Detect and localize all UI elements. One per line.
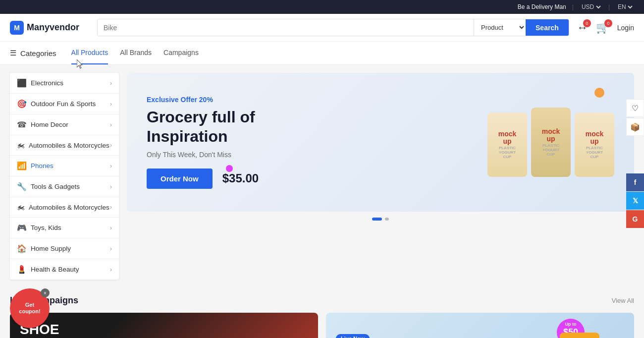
tools-icon: 🔧 — [17, 182, 27, 191]
sidebar-item-health[interactable]: 💄Health & Beauty › — [10, 259, 119, 280]
chevron-right-icon: › — [110, 80, 112, 87]
dot-inactive[interactable] — [385, 218, 389, 221]
categories-button[interactable]: ☰ Categories — [10, 42, 56, 64]
coupon-widget: × Getcoupon! — [10, 288, 50, 328]
order-now-button[interactable]: Order Now — [147, 169, 213, 189]
logo-text: Manyvendor — [27, 22, 79, 33]
live-campaigns-section: Live Campaigns View All SHOEFORSALE UPTO… — [0, 287, 644, 338]
car-image — [550, 330, 624, 338]
logo[interactable]: M Manyvendor — [10, 21, 89, 35]
category-select[interactable]: Product Electronics Phones — [474, 19, 526, 36]
right-panel: ♡ 📦 — [626, 99, 644, 136]
hero-subtitle: Only This Week, Don't Miss — [147, 151, 259, 159]
hero-price: $35.00 — [222, 171, 259, 185]
logo-icon: M — [10, 21, 24, 35]
hero-title: Grocery full of Inspiration — [147, 108, 259, 146]
sidebar-item-outdoor[interactable]: 🎯Outdoor Fun & Sports › — [10, 94, 119, 114]
dot-active[interactable] — [372, 218, 382, 221]
search-bar: Product Electronics Phones Search — [97, 19, 569, 36]
nav-links: All Products All Brands Campaigns — [71, 42, 199, 64]
social-sidebar: f 𝕏 G — [626, 173, 644, 228]
decorative-ball-orange — [594, 88, 604, 98]
exclusive-label: Exclusive Offer 20% — [147, 96, 259, 104]
nav-campaigns[interactable]: Campaigns — [163, 42, 199, 63]
currency-select[interactable]: USD EUR — [580, 3, 602, 11]
header-icons: ↔ 0 🛒 0 Login — [577, 21, 634, 34]
sidebar-item-home-supply[interactable]: 🏠Home Supply › — [10, 238, 119, 259]
header: M Manyvendor Product Electronics Phones … — [0, 14, 644, 42]
separator1: | — [572, 3, 574, 10]
campaigns-header: Live Campaigns View All — [10, 287, 634, 306]
categories-label: Categories — [20, 49, 56, 57]
home-supply-icon: 🏠 — [17, 244, 27, 253]
decorative-ball-pink — [226, 165, 233, 172]
auto-icon2: 🏍 — [17, 203, 25, 212]
phones-icon: 📶 — [17, 161, 27, 170]
sidebar-item-toys[interactable]: 🎮Toys, Kids › — [10, 218, 119, 238]
campaign-card-bmw: Live Now Summer Sale All BMW Cars Up to … — [326, 313, 634, 338]
coupon-label: Getcoupon! — [19, 302, 40, 315]
chevron-right-icon: › — [110, 204, 112, 211]
language-select[interactable]: EN FR — [616, 3, 634, 11]
bmw-left: Live Now Summer Sale All BMW Cars — [336, 334, 405, 338]
google-button[interactable]: G — [626, 210, 644, 228]
separator2: | — [608, 3, 610, 10]
sidebar: ⬛Electronics › 🎯Outdoor Fun & Sports › ☎… — [10, 73, 119, 280]
yogurt-cup-3: mockup PLASTICYOGURTCUP — [575, 113, 614, 177]
hero-products: mockup PLASTICYOGURTCUP mockup PLASTICYO… — [487, 108, 614, 177]
coupon-close-button[interactable]: × — [41, 288, 50, 297]
auto-icon1: 🏍 — [17, 141, 25, 150]
hero-text: Exclusive Offer 20% Grocery full of Insp… — [147, 96, 259, 189]
health-icon: 💄 — [17, 265, 27, 274]
outdoor-icon: 🎯 — [17, 99, 27, 109]
login-button[interactable]: Login — [617, 24, 634, 32]
sidebar-item-tools[interactable]: 🔧Tools & Gadgets › — [10, 176, 119, 197]
hamburger-icon: ☰ — [10, 49, 16, 57]
twitter-button[interactable]: 𝕏 — [626, 192, 644, 210]
search-button[interactable]: Search — [526, 19, 569, 36]
top-bar: Be a Delivery Man | USD EUR | EN FR — [0, 0, 644, 14]
upto-text: Up to — [565, 322, 577, 327]
yogurt-cup-1: mockup PLASTICYOGURTCUP — [487, 113, 527, 177]
nav-bar: ☰ Categories All Products All Brands Cam… — [0, 42, 644, 65]
chevron-right-icon: › — [110, 101, 112, 108]
chevron-right-icon: › — [110, 266, 112, 273]
main-content: ⬛Electronics › 🎯Outdoor Fun & Sports › ☎… — [0, 65, 644, 287]
sidebar-item-electronics[interactable]: ⬛Electronics › — [10, 73, 119, 94]
campaigns-grid: SHOEFORSALE UPTO 50% OFF SHOP NOW Live N… — [10, 313, 634, 338]
chevron-right-icon: › — [110, 121, 112, 128]
wishlist-icon[interactable]: ↔ 0 — [577, 21, 588, 34]
electronics-icon: ⬛ — [17, 78, 27, 88]
cart-icon[interactable]: 🛒 0 — [596, 21, 609, 34]
wishlist-panel-icon[interactable]: ♡ — [626, 99, 644, 117]
search-input[interactable] — [98, 19, 474, 36]
chevron-right-icon: › — [110, 142, 112, 149]
delivery-link[interactable]: Be a Delivery Man — [518, 3, 566, 10]
delivery-panel-icon[interactable]: 📦 — [626, 118, 644, 136]
banner-dots — [127, 218, 634, 221]
facebook-button[interactable]: f — [626, 173, 644, 191]
home-decor-icon: ☎ — [17, 120, 27, 129]
campaigns-view-all[interactable]: View All — [612, 297, 634, 304]
shoe-image — [244, 328, 308, 338]
sidebar-item-phones[interactable]: 📶Phones › — [10, 156, 119, 176]
chevron-right-icon: › — [110, 245, 112, 252]
chevron-right-icon: › — [110, 225, 112, 231]
campaign-card-shoe: SHOEFORSALE UPTO 50% OFF SHOP NOW — [10, 313, 318, 338]
hero-banner: Exclusive Offer 20% Grocery full of Insp… — [127, 73, 634, 212]
car-top — [560, 333, 599, 338]
banner-area: Exclusive Offer 20% Grocery full of Insp… — [127, 73, 634, 280]
live-badge: Live Now — [336, 334, 370, 338]
wishlist-badge: 0 — [583, 19, 591, 27]
nav-all-brands[interactable]: All Brands — [120, 42, 152, 63]
sidebar-item-automobiles1[interactable]: 🏍Automobiles & Motorcycles › — [10, 135, 119, 156]
toys-icon: 🎮 — [17, 223, 27, 232]
nav-all-products[interactable]: All Products — [71, 42, 108, 64]
hero-actions: Order Now $35.00 — [147, 169, 259, 189]
cart-badge: 0 — [604, 19, 612, 27]
chevron-right-icon: › — [110, 163, 112, 169]
sidebar-item-home-decor[interactable]: ☎Home Decor › — [10, 114, 119, 135]
yogurt-cup-2: mockup PLASTICYOGURTCUP — [531, 108, 571, 177]
chevron-right-icon: › — [110, 183, 112, 190]
sidebar-item-automobiles2[interactable]: 🏍Automobiles & Motorcycles › — [10, 197, 119, 218]
